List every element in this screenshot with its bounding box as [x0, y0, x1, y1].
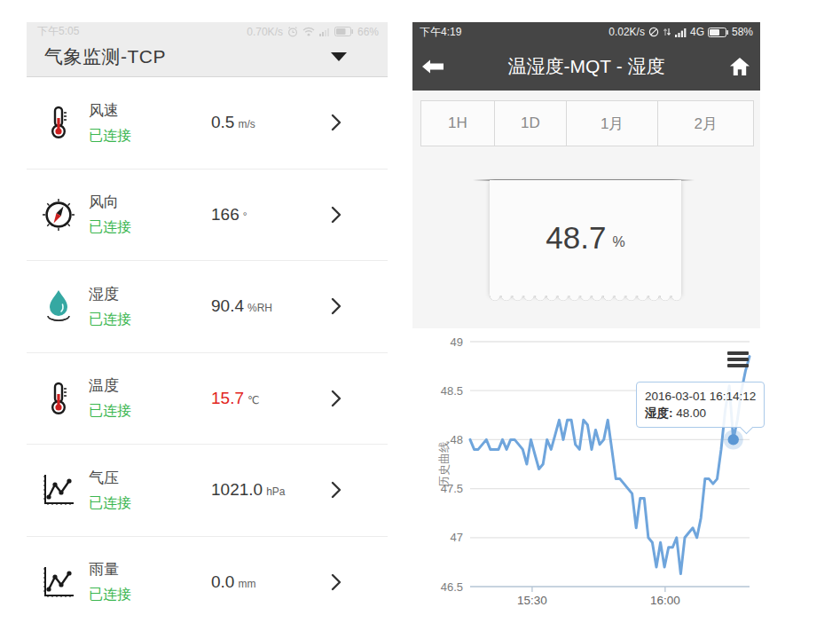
- sensor-status: 已连接: [89, 127, 131, 146]
- left-header: 下午5:05 0.70K/s 66% 气象监测-TCP: [27, 22, 388, 77]
- sensor-name: 湿度: [89, 284, 131, 304]
- current-value-card: 48.7 %: [490, 180, 681, 296]
- history-chart: 4948.54847.54746.515:3016:00历史曲线 2016-03…: [412, 328, 760, 623]
- menu-icon[interactable]: [727, 351, 749, 370]
- sensor-name: 气压: [89, 468, 131, 488]
- battery-icon: [708, 28, 728, 37]
- nav-bar: 温湿度-MQT - 湿度: [412, 42, 760, 91]
- updown-arrows-icon: [663, 27, 671, 37]
- wifi-icon: [302, 27, 315, 36]
- sensor-row-winddir[interactable]: 风向 已连接 166 °: [27, 170, 388, 262]
- status-net-speed: 0.70K/s: [247, 26, 283, 38]
- line-chart-canvas: 4948.54847.54746.515:3016:00历史曲线: [412, 328, 760, 623]
- sensor-value: 15.7 ℃: [211, 389, 259, 408]
- sensor-row-rainfall[interactable]: 雨量 已连接 0.0 mm: [27, 537, 388, 623]
- svg-text:46.5: 46.5: [441, 580, 463, 594]
- tab-2month[interactable]: 2月: [658, 101, 753, 146]
- sensor-status: 已连接: [89, 494, 131, 513]
- tooltip-timestamp: 2016-03-01 16:14:12: [645, 388, 756, 405]
- weather-monitor-screen: 下午5:05 0.70K/s 66% 气象监测-TCP 风速 已连接: [27, 22, 388, 623]
- sensor-row-temperature[interactable]: 温度 已连接 15.7 ℃: [27, 353, 388, 446]
- left-status-bar: 下午5:05 0.70K/s 66%: [27, 22, 388, 40]
- line-chart-icon: [41, 565, 76, 599]
- right-status-bar: 下午4:19 0.02K/s 4G 58%: [412, 22, 760, 42]
- sensor-value: 90.4 %RH: [211, 296, 272, 316]
- sensor-status: 已连接: [89, 402, 131, 421]
- sensor-status: 已连接: [89, 218, 131, 237]
- svg-text:48: 48: [451, 433, 463, 446]
- status-battery-pct: 66%: [357, 26, 379, 38]
- sensor-value: 0.5 m/s: [211, 113, 255, 132]
- chevron-right-icon: [331, 390, 341, 407]
- time-range-tabs: 1H 1D 1月 2月: [420, 100, 754, 146]
- page-title: 气象监测-TCP: [44, 44, 166, 69]
- chevron-right-icon: [331, 573, 341, 591]
- chart-tooltip: 2016-03-01 16:14:12 湿度: 48.00: [636, 382, 765, 428]
- sensor-row-humidity[interactable]: 湿度 已连接 90.4 %RH: [27, 261, 388, 353]
- sensor-name: 风速: [89, 100, 131, 121]
- sensor-row-windspeed[interactable]: 风速 已连接 0.5 m/s: [27, 77, 388, 170]
- sensor-name: 温度: [89, 375, 131, 396]
- signal-icon: [319, 28, 330, 36]
- thermometer-icon: [41, 382, 76, 415]
- chevron-right-icon: [331, 481, 341, 499]
- chevron-right-icon: [331, 297, 341, 315]
- svg-text:16:00: 16:00: [650, 594, 680, 607]
- line-chart-icon: [41, 473, 76, 507]
- status-net-speed: 0.02K/s: [608, 26, 645, 38]
- status-battery-pct: 58%: [732, 26, 753, 38]
- alarm-clock-icon: [287, 27, 298, 37]
- tab-1d[interactable]: 1D: [495, 101, 567, 146]
- compass-icon: [41, 198, 76, 232]
- sensor-value: 0.0 mm: [211, 572, 255, 592]
- sensor-list: 风速 已连接 0.5 m/s 风向 已连接 166 °: [27, 77, 388, 623]
- svg-text:历史曲线: 历史曲线: [437, 441, 451, 487]
- status-time: 下午4:19: [420, 25, 461, 40]
- tooltip-value: 48.00: [676, 406, 706, 420]
- chevron-right-icon: [331, 114, 341, 131]
- droplet-icon: [41, 288, 76, 324]
- tab-1h[interactable]: 1H: [421, 101, 495, 146]
- mute-icon: [648, 27, 659, 37]
- sensor-row-pressure[interactable]: 气压 已连接 1021.0 hPa: [27, 445, 388, 537]
- chevron-right-icon: [331, 206, 341, 224]
- back-arrow-icon[interactable]: [412, 59, 453, 74]
- svg-text:48.5: 48.5: [441, 384, 463, 398]
- sensor-value: 1021.0 hPa: [211, 480, 285, 500]
- current-unit: %: [612, 234, 624, 250]
- tooltip-series-label: 湿度:: [645, 406, 673, 420]
- sensor-status: 已连接: [89, 586, 131, 604]
- svg-text:15:30: 15:30: [517, 594, 547, 607]
- humidity-detail-screen: 下午4:19 0.02K/s 4G 58% 温湿度-MQT - 湿度 1H 1D…: [412, 22, 760, 623]
- signal-icon: [675, 28, 687, 37]
- tab-1month[interactable]: 1月: [567, 101, 659, 146]
- sensor-name: 风向: [89, 192, 131, 212]
- thermometer-icon: [41, 106, 76, 139]
- status-time: 下午5:05: [37, 24, 79, 39]
- svg-text:49: 49: [451, 335, 463, 349]
- nav-title: 温湿度-MQT - 湿度: [453, 54, 719, 79]
- svg-text:47: 47: [451, 531, 463, 544]
- battery-icon: [334, 27, 353, 36]
- current-value: 48.7: [546, 220, 606, 256]
- summary-panel: 1H 1D 1月 2月 48.7 %: [412, 91, 760, 328]
- home-icon[interactable]: [719, 57, 760, 76]
- dropdown-arrow-icon[interactable]: [331, 52, 347, 61]
- sensor-status: 已连接: [89, 311, 131, 329]
- sensor-value: 166 °: [211, 205, 247, 225]
- network-type: 4G: [690, 26, 704, 38]
- sensor-name: 雨量: [89, 559, 131, 580]
